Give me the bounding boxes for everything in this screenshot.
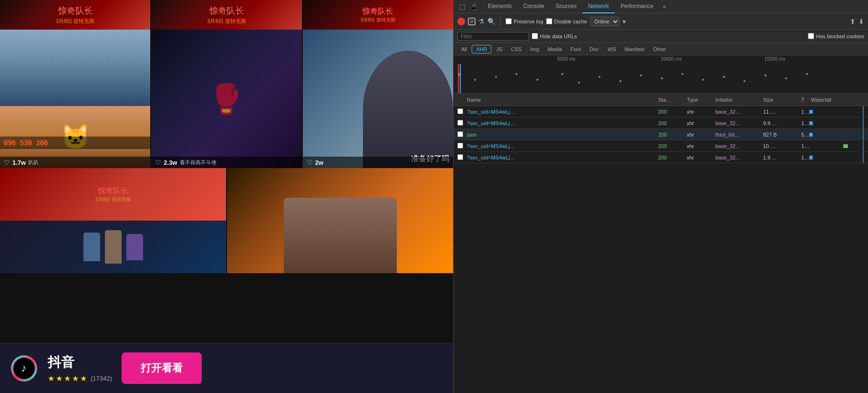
star-2: ★ [56, 374, 62, 383]
td-size-3: 10.… [761, 143, 799, 149]
tiktok-icon: ♪ [21, 362, 27, 374]
td-type-2: xhr [685, 132, 713, 138]
video-cell-5[interactable] [227, 168, 453, 273]
type-tab-doc[interactable]: Doc [586, 45, 603, 53]
td-type-3: xhr [685, 143, 713, 149]
open-app-button[interactable]: 打开看看 [122, 352, 202, 384]
type-tab-xhr[interactable]: XHR [472, 45, 491, 53]
td-name-3: ?sec_uid=MS4wLj… [465, 143, 656, 149]
search-icon[interactable]: 🔍 [487, 18, 496, 25]
heart-icon-2: ♡ [155, 159, 161, 166]
filter-input[interactable] [457, 32, 529, 41]
video-cell-4[interactable]: 惊奇队长 3月8日 逆转无限 [0, 168, 226, 273]
table-row[interactable]: ?sec_uid=MS4wLj… 200 xhr base_32… 9.9 … … [454, 117, 868, 129]
middle-row: 🐱 096 530 206 ♡ 1.7w 叭叭 🥊 ♡ 2.3w 看不你高不斗侠 [0, 30, 453, 168]
type-tab-css[interactable]: CSS [507, 45, 526, 53]
timeline-marker-15000: 15000 ms [765, 56, 785, 62]
table-row[interactable]: ?sec_uid=MS4wLj… 200 xhr base_32… 10.… 1… [454, 140, 868, 152]
tab-more[interactable]: » [659, 1, 670, 12]
td-time-0: 1… [799, 109, 809, 115]
bottom-mid-row: 惊奇队长 3月8日 逆转无限 [0, 168, 453, 273]
table-row[interactable]: ?sec_uid=MS4wLj… 200 xhr base_32… 11.… 1… [454, 106, 868, 117]
tl-dot-3 [495, 76, 497, 78]
upload-icon[interactable]: ⬆ [850, 18, 856, 25]
td-initiator-3: base_32… [713, 143, 761, 149]
tab-console[interactable]: Console [517, 0, 550, 13]
type-tab-media[interactable]: Media [544, 45, 566, 53]
devtools-device-icon[interactable]: 📱 [469, 2, 478, 11]
pilot-bg [303, 30, 453, 168]
tab-network[interactable]: Network [582, 0, 615, 13]
tab-sources[interactable]: Sources [550, 0, 582, 13]
type-tab-other[interactable]: Other [649, 45, 670, 53]
type-tab-img[interactable]: Img [527, 45, 543, 53]
wf-vline-0 [863, 106, 864, 117]
stop-button[interactable]: ⊘ [468, 18, 475, 25]
record-button[interactable] [457, 18, 465, 25]
video-cell-1[interactable]: 🐱 096 530 206 ♡ 1.7w 叭叭 [0, 30, 150, 168]
video-cell-3[interactable]: 准备好了吗 ♡ 2w [303, 30, 453, 168]
person-silhouette [284, 198, 397, 273]
filter-icon[interactable]: ⚗ [478, 18, 485, 25]
tab-elements[interactable]: Elements [482, 0, 517, 13]
type-tab-manifest[interactable]: Manifest [621, 45, 649, 53]
table-row[interactable]: json 200 xhr third_6d… 827 B 5… [454, 129, 868, 140]
like-bar-1: ♡ 1.7w 叭叭 [0, 157, 150, 168]
stars-row: ★ ★ ★ ★ ★ (17342) [48, 374, 112, 383]
banner-cell-3: 惊奇队长 3月8日 逆转无限 [303, 0, 453, 30]
tl-dot-13 [702, 79, 704, 81]
preserve-log-checkbox[interactable] [506, 18, 512, 24]
wf-vline-1 [863, 117, 864, 128]
td-time-3: 1… [799, 143, 809, 149]
th-waterfall: Waterfall [809, 97, 866, 103]
preserve-log-label[interactable]: Preserve log [506, 18, 543, 24]
row-checkbox-4[interactable] [457, 154, 463, 160]
has-blocked-cookies-checkbox[interactable] [808, 33, 814, 39]
th-size[interactable]: Size [761, 97, 799, 103]
td-checkbox-0 [455, 108, 465, 115]
banner-subtitle-1: 3月8日 逆转无限 [56, 18, 94, 25]
devtools-inspect-icon[interactable]: ⬚ [457, 2, 467, 11]
disable-cache-checkbox[interactable] [546, 18, 552, 24]
toolbar-divider-1 [500, 17, 501, 26]
row-checkbox-3[interactable] [457, 143, 463, 149]
has-blocked-cookies-label[interactable]: Has blocked cookies [808, 33, 864, 39]
th-initiator[interactable]: Initiator [713, 97, 761, 103]
star-half: ★ [80, 374, 87, 383]
td-time-4: 1… [799, 155, 809, 160]
table-row[interactable]: ?sec_uid=MS4wLj… 200 xhr base_32… 1.9 … … [454, 152, 868, 163]
banner-subtitle-3: 3月8日 逆转无限 [360, 17, 395, 23]
banner-subtitle-2: 3月8日 逆转无限 [207, 18, 246, 25]
download-icon[interactable]: ⬇ [858, 18, 864, 25]
figure-1 [83, 233, 100, 261]
th-name[interactable]: Name [465, 97, 656, 103]
devtools-tab-bar: ⬚ 📱 Elements Console Sources Network Per… [454, 0, 868, 13]
fight-silhouette: 🥊 [208, 82, 244, 116]
hide-data-urls-label[interactable]: Hide data URLs [532, 33, 577, 39]
table-header: Name Sta… Type Initiator Size T Waterfal… [454, 94, 868, 106]
disable-cache-label[interactable]: Disable cache [546, 18, 587, 24]
type-tab-js[interactable]: JS [492, 45, 506, 53]
th-time[interactable]: T [799, 97, 809, 103]
username-1: 叭叭 [28, 159, 39, 166]
td-status-2: 200 [656, 132, 685, 138]
team-figures [0, 221, 226, 273]
star-1: ★ [48, 374, 54, 383]
type-tab-all[interactable]: All [457, 45, 471, 53]
throttle-dropdown-icon[interactable]: ▾ [622, 18, 626, 25]
row-checkbox-1[interactable] [457, 120, 463, 126]
td-type-0: xhr [685, 109, 713, 115]
tl-dot-7 [578, 82, 580, 84]
digit-display: 096 530 206 [4, 139, 48, 147]
row-checkbox-0[interactable] [457, 108, 463, 114]
video-cell-2[interactable]: 🥊 ♡ 2.3w 看不你高不斗侠 [151, 30, 301, 168]
th-type[interactable]: Type [685, 97, 713, 103]
tl-dot-6 [561, 73, 563, 75]
tab-performance[interactable]: Performance [615, 0, 659, 13]
throttle-select[interactable]: Online [590, 17, 620, 26]
th-status[interactable]: Sta… [656, 97, 685, 103]
type-tab-ws[interactable]: WS [604, 45, 620, 53]
hide-data-urls-checkbox[interactable] [532, 33, 538, 39]
type-tab-font[interactable]: Font [567, 45, 585, 53]
row-checkbox-2[interactable] [457, 131, 463, 137]
